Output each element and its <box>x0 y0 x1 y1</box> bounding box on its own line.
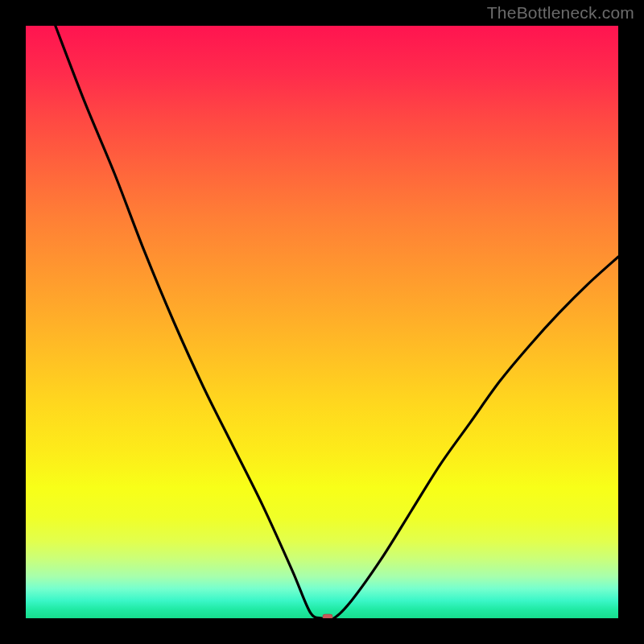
chart-frame: TheBottleneck.com <box>0 0 644 644</box>
bottleneck-curve <box>26 26 618 618</box>
watermark-text: TheBottleneck.com <box>487 3 634 23</box>
optimal-point-marker <box>323 614 333 619</box>
plot-area <box>26 26 618 618</box>
